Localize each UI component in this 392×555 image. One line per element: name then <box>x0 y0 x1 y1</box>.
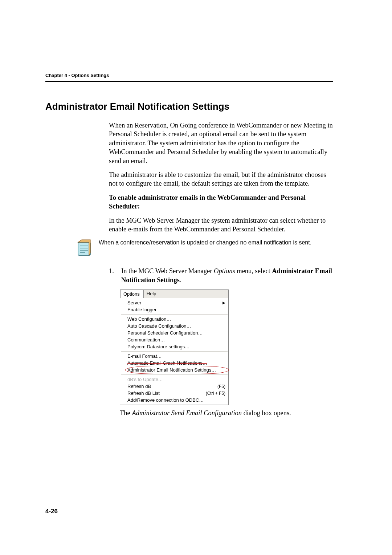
menu-item-web-config[interactable]: Web Configuration… <box>120 316 228 323</box>
menu-item-add-remove-odbc[interactable]: Add/Remove connection to ODBC… <box>120 397 228 404</box>
menu-item-admin-email-notification[interactable]: Administrator Email Notification Setting… <box>120 366 228 373</box>
text-run: . <box>180 276 181 284</box>
menu-item-label: Enable logger <box>127 307 156 312</box>
menu-shortcut: (F5) <box>209 384 225 389</box>
header-rule-top <box>45 81 333 82</box>
menu-item-refresh-db[interactable]: Refresh dB (F5) <box>120 383 228 390</box>
menu-item-label: Auto Cascade Configuration… <box>127 323 191 329</box>
menu-item-dbs-update: dB's to Update… <box>120 376 228 383</box>
dropdown-panel: Server ▶ Enable logger Web Configuration… <box>120 298 228 405</box>
paragraph: The administrator is able to customize t… <box>109 170 333 188</box>
section-title: Administrator Email Notification Setting… <box>45 101 333 112</box>
menu-item-label: E-mail Format… <box>127 353 162 359</box>
menu-item-enable-logger[interactable]: Enable logger <box>120 306 228 313</box>
menu-item-polycom-datastore[interactable]: Polycom Datastore settings… <box>120 343 228 350</box>
procedure-heading: To enable administrator emails in the We… <box>109 193 333 211</box>
menu-separator <box>121 351 228 352</box>
note-icon <box>74 239 94 260</box>
menu-item-refresh-db-list[interactable]: Refresh dB List (Ctrl + F5) <box>120 390 228 397</box>
menu-item-label: Personal Scheduler Configuration… <box>127 330 203 336</box>
paragraph: When an Reservation, On Going conference… <box>109 121 333 165</box>
text-run: dialog box opens. <box>242 409 291 417</box>
menu-item-label: Administrator Email Notification Setting… <box>127 367 216 373</box>
menu-screenshot: Options Help Server ▶ Enable logger Web … <box>120 289 229 405</box>
svg-rect-0 <box>78 242 90 255</box>
menu-help[interactable]: Help <box>144 290 160 298</box>
menu-item-auto-cascade[interactable]: Auto Cascade Configuration… <box>120 323 228 329</box>
menu-separator <box>121 374 228 375</box>
page-number: 4-26 <box>45 508 58 515</box>
menu-item-personal-scheduler[interactable]: Personal Scheduler Configuration… <box>120 329 228 336</box>
menu-item-email-format[interactable]: E-mail Format… <box>120 353 228 360</box>
text-run: The <box>120 409 132 417</box>
note-block: When a conference/reservation is updated… <box>74 239 333 260</box>
menu-item-communication[interactable]: Communication… <box>120 336 228 343</box>
step-item: 1. In the MGC Web Server Manager Options… <box>109 267 333 284</box>
menu-bar: Options Help <box>120 290 228 298</box>
step-number: 1. <box>109 267 121 275</box>
menu-item-server[interactable]: Server ▶ <box>120 299 228 306</box>
text-run: menu, select <box>235 267 272 275</box>
menu-item-label: Refresh dB <box>127 384 151 389</box>
text-run: In the MGC Web Server Manager <box>121 267 214 275</box>
menu-separator <box>121 314 228 315</box>
menu-item-label-strikethrough: Automatic Email Crash Notifications… <box>127 360 207 366</box>
menu-item-label: Web Configuration… <box>127 316 171 322</box>
menu-item-auto-crash[interactable]: Automatic Email Crash Notifications… <box>120 360 228 366</box>
step-body: In the MGC Web Server Manager Options me… <box>121 267 333 284</box>
note-text: When a conference/reservation is updated… <box>99 239 311 247</box>
paragraph: In the MGC Web Server Manager the system… <box>109 216 333 234</box>
menu-item-label: Add/Remove connection to ODBC… <box>127 397 204 403</box>
submenu-arrow-icon: ▶ <box>222 301 225 305</box>
header-rule-bottom <box>45 83 333 83</box>
text-run-italic: Options <box>214 267 235 275</box>
menu-item-label: Polycom Datastore settings… <box>127 344 189 349</box>
menu-options[interactable]: Options <box>120 290 144 298</box>
menu-item-label: dB's to Update… <box>127 377 163 382</box>
text-run-italic: Administrator Send Email Configuration <box>132 409 242 417</box>
menu-item-label: Refresh dB List <box>127 390 160 396</box>
menu-shortcut: (Ctrl + F5) <box>197 391 225 396</box>
figure-caption: The Administrator Send Email Configurati… <box>120 409 333 417</box>
chapter-header: Chapter 4 - Options Settings <box>45 73 333 78</box>
menu-item-label: Server <box>127 300 141 305</box>
menu-item-label: Communication… <box>127 337 165 343</box>
